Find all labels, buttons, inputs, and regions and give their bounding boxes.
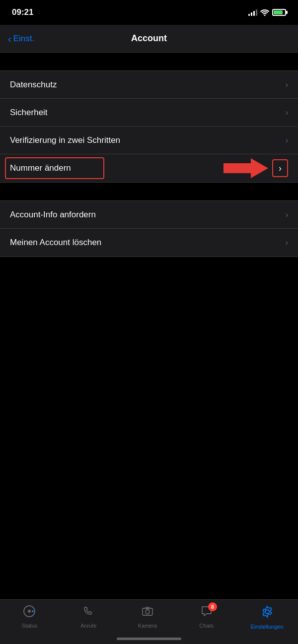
svg-point-7 (265, 610, 269, 614)
svg-marker-0 (224, 158, 268, 178)
settings-item-verifizierung[interactable]: Verifizierung in zwei Schritten › (0, 127, 298, 154)
section-separator-mid (0, 183, 298, 200)
status-bar: 09:21 (0, 0, 298, 25)
tab-status[interactable]: Status (14, 605, 44, 629)
nav-back-button[interactable]: ‹ Einst. (8, 34, 34, 44)
tab-anrufe-label: Anrufe (80, 623, 96, 629)
chevron-right-icon: › (286, 80, 288, 89)
camera-tab-icon (141, 605, 154, 621)
settings-item-label: Nummer ändern (10, 163, 71, 173)
tab-kamera[interactable]: Kamera (133, 605, 162, 629)
settings-item-nummer-aendern[interactable]: Nummer ändern › (0, 154, 298, 182)
svg-point-2 (28, 610, 31, 613)
settings-item-label: Account-Info anfordern (10, 210, 96, 220)
phone-tab-icon (82, 605, 95, 621)
settings-item-label: Meinen Account löschen (10, 238, 101, 248)
settings-group-1: Datenschutz › Sicherheit › Verifizierung… (0, 70, 298, 183)
status-icons (248, 9, 286, 16)
section-separator-top (0, 53, 298, 70)
settings-item-account-info[interactable]: Account-Info anfordern › (0, 201, 298, 229)
settings-item-datenschutz[interactable]: Datenschutz › (0, 71, 298, 99)
settings-item-account-loeschen[interactable]: Meinen Account löschen › (0, 229, 298, 257)
tab-status-label: Status (22, 623, 37, 629)
svg-rect-4 (143, 608, 152, 615)
tab-kamera-label: Kamera (138, 623, 157, 629)
tab-einstellungen-label: Einstellungen (251, 624, 284, 630)
home-indicator (117, 638, 181, 640)
chevron-right-icon: › (286, 108, 288, 117)
svg-point-3 (32, 610, 34, 613)
signal-icon (248, 9, 257, 16)
chevron-right-icon: › (279, 163, 282, 174)
tab-chats-label: Chats (199, 623, 214, 629)
settings-item-label: Sicherheit (10, 108, 48, 118)
tab-chats[interactable]: 8 Chats (192, 605, 222, 629)
tab-einstellungen[interactable]: Einstellungen (251, 605, 284, 630)
status-time: 09:21 (12, 7, 33, 17)
chevron-right-icon: › (286, 136, 288, 145)
wifi-icon (260, 9, 269, 16)
settings-item-sicherheit[interactable]: Sicherheit › (0, 99, 298, 127)
nav-header: ‹ Einst. Account (0, 25, 298, 53)
chevron-right-icon: › (286, 238, 288, 247)
chevron-highlight-box: › (272, 159, 288, 177)
chat-tab-icon: 8 (200, 605, 213, 621)
red-arrow-icon (224, 156, 268, 181)
battery-icon (272, 9, 286, 16)
chevron-right-icon: › (286, 210, 288, 219)
status-tab-icon (23, 605, 36, 621)
nav-back-label: Einst. (13, 34, 35, 44)
settings-group-2: Account-Info anfordern › Meinen Account … (0, 200, 298, 257)
tab-anrufe[interactable]: Anrufe (74, 605, 103, 629)
settings-item-label: Verifizierung in zwei Schritten (10, 135, 120, 145)
settings-item-label: Datenschutz (10, 80, 57, 90)
page-title: Account (131, 33, 167, 44)
settings-tab-icon (260, 605, 274, 622)
svg-point-5 (146, 610, 149, 614)
chats-badge: 8 (208, 602, 217, 611)
back-chevron-icon: ‹ (8, 34, 11, 44)
